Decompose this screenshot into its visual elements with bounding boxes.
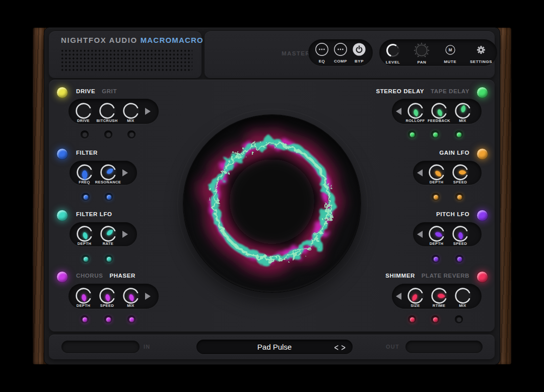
master-toggle-group: EQ COMP BYP — [308, 39, 373, 66]
filter-power-led[interactable] — [56, 148, 68, 160]
filter-knob-group: FREQ RESONANCE — [70, 161, 137, 185]
reverb-size-knob[interactable]: SIZE — [403, 285, 427, 308]
gain-lfo-led-button-2[interactable] — [455, 193, 463, 201]
mute-button[interactable]: M MUTE — [442, 41, 458, 64]
tab-drive[interactable]: DRIVE — [76, 88, 95, 94]
drive-led-button-2[interactable] — [104, 130, 112, 139]
level-knob[interactable]: LEVEL — [384, 41, 401, 64]
comp-dots-icon — [333, 42, 348, 58]
tab-tape-delay[interactable]: TAPE DELAY — [431, 88, 469, 94]
particle-ring — [183, 115, 361, 292]
input-meter — [61, 341, 140, 353]
bitcrush-knob[interactable]: BITCRUSH — [95, 100, 119, 123]
filter-led-button-1[interactable] — [82, 193, 90, 201]
filter-lfo-power-led[interactable] — [56, 210, 68, 221]
delay-rolloff-knob[interactable]: ROLLOFF — [403, 100, 427, 123]
eq-dots-icon — [315, 42, 329, 58]
pitch-lfo-depth-knob[interactable]: DEPTH — [425, 223, 448, 246]
phaser-power-led[interactable] — [56, 271, 68, 283]
gain-lfo-depth-knob[interactable]: DEPTH — [425, 161, 448, 184]
filter-freq-knob[interactable]: FREQ — [73, 161, 96, 184]
gain-lfo-expand-arrow-icon[interactable] — [417, 169, 423, 176]
phaser-led-button-3[interactable] — [127, 315, 135, 323]
delay-power-led[interactable] — [477, 87, 488, 98]
filter-lfo-led-button-1[interactable] — [82, 255, 90, 263]
pitch-lfo-power-led[interactable] — [477, 210, 488, 221]
filter-resonance-knob[interactable]: RESONANCE — [96, 161, 120, 184]
settings-button[interactable]: SETTINGS — [470, 41, 492, 64]
macro-pad-visualizer[interactable] — [183, 115, 361, 292]
phaser-expand-arrow-icon[interactable] — [145, 293, 151, 300]
mute-m-icon: M — [442, 41, 458, 58]
tab-filter-lfo[interactable]: FILTER LFO — [76, 211, 112, 217]
delay-led-button-3[interactable] — [455, 130, 463, 139]
tab-pitch-lfo[interactable]: PITCH LFO — [436, 211, 469, 217]
drive-knob[interactable]: DRIVE — [72, 100, 95, 123]
delay-tabs: STEREO DELAY TAPE DELAY — [376, 88, 469, 95]
filter-led-button-2[interactable] — [105, 193, 113, 201]
tab-filter[interactable]: FILTER — [76, 150, 98, 156]
reverb-mix-knob[interactable]: MIX — [451, 285, 474, 308]
gain-lfo-tabs: GAIN LFO — [439, 149, 469, 156]
output-meter — [405, 341, 483, 353]
drive-led-button-1[interactable] — [81, 130, 89, 139]
drive-expand-arrow-icon[interactable] — [145, 108, 151, 115]
tab-chorus[interactable]: CHORUS — [76, 273, 103, 279]
master-label: MASTER — [282, 50, 310, 56]
drive-led-button-3[interactable] — [127, 130, 135, 139]
filter-lfo-depth-knob[interactable]: DEPTH — [73, 223, 96, 246]
phaser-depth-knob[interactable]: DEPTH — [72, 285, 95, 308]
phaser-led-button-2[interactable] — [104, 315, 112, 323]
reverb-led-button-3[interactable] — [455, 315, 463, 323]
tab-phaser[interactable]: PHASER — [109, 273, 135, 279]
gain-lfo-led-button-1[interactable] — [432, 193, 440, 201]
preset-next-icon[interactable]: > — [342, 337, 346, 357]
bypass-button[interactable]: BYP — [351, 42, 368, 63]
filter-lfo-led-button-2[interactable] — [105, 255, 113, 263]
phaser-led-button-1[interactable] — [81, 315, 89, 323]
svg-text:M: M — [448, 47, 452, 52]
gain-lfo-knob-group: DEPTH SPEED — [413, 161, 482, 185]
power-icon — [352, 42, 366, 58]
gain-lfo-power-led[interactable] — [477, 148, 488, 160]
reverb-rtime-knob[interactable]: RTIME — [427, 285, 451, 308]
tab-grit[interactable]: GRIT — [102, 88, 117, 94]
drive-power-led[interactable] — [56, 87, 68, 98]
pan-knob[interactable]: PAN — [413, 41, 430, 64]
reverb-led-button-2[interactable] — [431, 315, 439, 323]
phaser-speed-knob[interactable]: SPEED — [95, 285, 119, 308]
phaser-mix-knob[interactable]: MIX — [119, 285, 143, 308]
tab-gain-lfo[interactable]: GAIN LFO — [439, 150, 469, 156]
delay-mix-knob[interactable]: MIX — [451, 100, 474, 123]
tab-plate-reverb[interactable]: PLATE REVERB — [422, 273, 469, 279]
gain-lfo-speed-knob[interactable]: SPEED — [448, 161, 472, 184]
tab-shimmer[interactable]: SHIMMER — [385, 273, 415, 279]
phaser-knob-group: DEPTH SPEED MIX — [69, 284, 159, 309]
reverb-expand-arrow-icon[interactable] — [396, 293, 401, 300]
pitch-lfo-led-button-1[interactable] — [432, 255, 440, 263]
comp-button[interactable]: COMP — [332, 42, 350, 63]
gear-icon — [473, 41, 489, 58]
pitch-lfo-expand-arrow-icon[interactable] — [417, 231, 423, 238]
preset-selector[interactable]: Pad Pulse < > — [196, 340, 353, 354]
delay-led-button-2[interactable] — [431, 130, 439, 139]
master-controls-group: LEVEL PAN M MUTE SETTINGS — [379, 39, 497, 66]
brand-title: NIGHTFOX AUDIO MACROMACRO — [61, 36, 203, 44]
tab-stereo-delay[interactable]: STEREO DELAY — [376, 88, 424, 94]
eq-button[interactable]: EQ — [313, 42, 331, 63]
reverb-power-led[interactable] — [477, 271, 488, 283]
speaker-grille — [59, 48, 192, 71]
delay-led-button-1[interactable] — [408, 130, 416, 139]
pitch-lfo-knob-group: DEPTH SPEED — [413, 222, 482, 246]
preset-prev-icon[interactable]: < — [334, 337, 338, 357]
delay-expand-arrow-icon[interactable] — [396, 108, 401, 115]
output-meter-label: OUT — [386, 344, 399, 350]
filter-lfo-expand-arrow-icon[interactable] — [122, 231, 128, 238]
pitch-lfo-led-button-2[interactable] — [455, 255, 463, 263]
drive-mix-knob[interactable]: MIX — [119, 100, 143, 123]
delay-feedback-knob[interactable]: FEEDBACK — [427, 100, 451, 123]
filter-expand-arrow-icon[interactable] — [122, 169, 128, 176]
reverb-led-button-1[interactable] — [408, 315, 416, 323]
pitch-lfo-speed-knob[interactable]: SPEED — [448, 223, 472, 246]
filter-lfo-rate-knob[interactable]: RATE — [96, 223, 120, 246]
